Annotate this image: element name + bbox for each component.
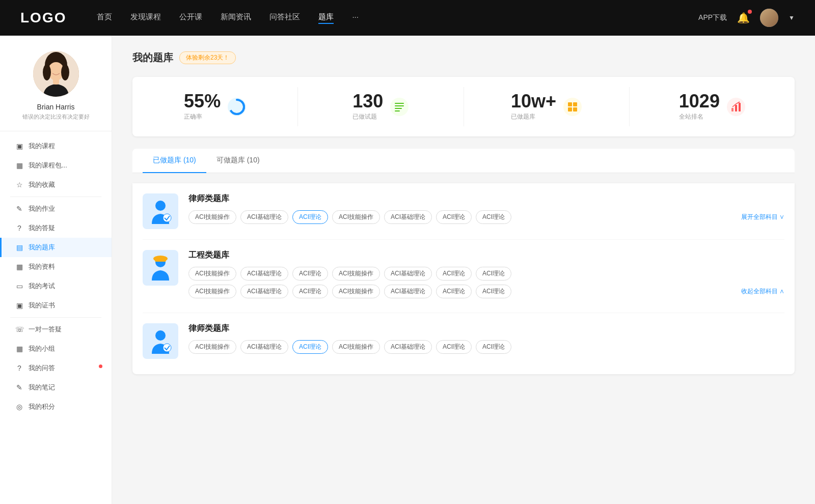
questions-icon: ? (15, 364, 23, 372)
svg-point-20 (155, 201, 166, 211)
tab-done[interactable]: 已做题库 (10) (143, 149, 206, 173)
avatar[interactable] (760, 9, 778, 27)
tag-1-1[interactable]: ACI基础理论 (240, 267, 288, 281)
tag-0-0[interactable]: ACI技能操作 (188, 210, 236, 224)
nav-discover[interactable]: 发现课程 (130, 12, 161, 24)
svg-rect-17 (731, 108, 734, 111)
sidebar-item-points[interactable]: ◎ 我的积分 (0, 397, 112, 416)
sidebar-item-certificate[interactable]: ▣ 我的证书 (0, 296, 112, 315)
nav-question-bank[interactable]: 题库 (318, 12, 334, 24)
tab-available[interactable]: 可做题库 (10) (206, 149, 270, 173)
tag-2-1[interactable]: ACI基础理论 (240, 340, 288, 354)
avatar-chevron[interactable]: ▼ (789, 14, 795, 21)
svg-rect-15 (568, 107, 572, 111)
tag-1-2[interactable]: ACI理论 (292, 267, 328, 281)
bank-tags-engineering-row1: ACI技能操作 ACI基础理论 ACI理论 ACI技能操作 ACI基础理论 AC… (188, 267, 784, 281)
stat-questions-text: 130 已做试题 (352, 92, 383, 121)
sidebar-item-tutoring[interactable]: ☏ 一对一答疑 (0, 320, 112, 339)
navbar: LOGO 首页 发现课程 公开课 新闻资讯 问答社区 题库 ··· APP下载 … (0, 0, 815, 36)
bank-name-engineering: 工程类题库 (188, 250, 784, 261)
sidebar-item-notes[interactable]: ✎ 我的笔记 (0, 378, 112, 397)
tag-2-5[interactable]: ACI理论 (436, 340, 472, 354)
notification-bell[interactable]: 🔔 (737, 12, 750, 24)
tag-0-3[interactable]: ACI技能操作 (332, 210, 380, 224)
sidebar-item-course[interactable]: ▣ 我的课程 (0, 136, 112, 156)
sidebar-item-course-package[interactable]: ▦ 我的课程包... (0, 156, 112, 175)
tag-2-0[interactable]: ACI技能操作 (188, 340, 236, 354)
bank-tags-engineering-row2: ACI技能操作 ACI基础理论 ACI理论 ACI技能操作 ACI基础理论 AC… (188, 285, 784, 298)
sidebar: Brian Harris 错误的决定比没有决定要好 ▣ 我的课程 ▦ 我的课程包… (0, 36, 112, 504)
tag-1-7[interactable]: ACI技能操作 (188, 285, 236, 298)
nav-news[interactable]: 新闻资讯 (221, 12, 251, 24)
svg-rect-11 (395, 108, 402, 109)
sidebar-item-materials[interactable]: ▦ 我的资料 (0, 257, 112, 276)
tag-1-5[interactable]: ACI理论 (436, 267, 472, 281)
tutoring-icon: ☏ (15, 325, 23, 333)
sidebar-item-favorites[interactable]: ☆ 我的收藏 (0, 175, 112, 194)
tag-2-4[interactable]: ACI基础理论 (384, 340, 432, 354)
sidebar-item-questions[interactable]: ? 我的问答 (0, 358, 112, 378)
stat-accuracy: 55% 正确率 (132, 87, 298, 126)
profile-name: Brian Harris (37, 103, 75, 111)
tag-1-3[interactable]: ACI技能操作 (332, 267, 380, 281)
bank-info-lawyer: 律师类题库 ACI技能操作 ACI基础理论 ACI理论 ACI技能操作 ACI基… (188, 193, 784, 228)
tag-1-8[interactable]: ACI基础理论 (240, 285, 288, 298)
tag-1-12[interactable]: ACI理论 (436, 285, 472, 298)
tag-2-6[interactable]: ACI理论 (476, 340, 511, 354)
bank-icon-wrap-engineering (143, 250, 178, 286)
bank-info-engineering: 工程类题库 ACI技能操作 ACI基础理论 ACI理论 ACI技能操作 ACI基… (188, 250, 784, 302)
questions-badge (99, 365, 102, 368)
certificate-icon: ▣ (15, 301, 23, 310)
bank-item-lawyer: 律师类题库 ACI技能操作 ACI基础理论 ACI理论 ACI技能操作 ACI基… (143, 183, 784, 240)
sidebar-item-exam[interactable]: ▭ 我的考试 (0, 276, 112, 296)
tag-0-4[interactable]: ACI基础理论 (384, 210, 432, 224)
bank-expand-0[interactable]: 展开全部科目 ∨ (736, 213, 784, 221)
tag-1-4[interactable]: ACI基础理论 (384, 267, 432, 281)
stat-questions-value: 130 (352, 92, 383, 110)
rank-icon-stat (727, 98, 745, 116)
bank-icon-wrap-lawyer (143, 193, 178, 229)
tag-2-2[interactable]: ACI理论 (292, 340, 328, 354)
page-header: 我的题库 体验剩余23天！ (132, 51, 795, 65)
stat-banks-text: 10w+ 已做题库 (511, 92, 556, 121)
bank-icon-wrap-lawyer2 (143, 323, 178, 359)
materials-icon: ▦ (15, 263, 23, 271)
bank-icon: ▤ (15, 243, 23, 251)
bank-item-lawyer2: 律师类题库 ACI技能操作 ACI基础理论 ACI理论 ACI技能操作 ACI基… (143, 313, 784, 374)
nav-more[interactable]: ··· (352, 12, 359, 24)
sidebar-item-question-bank[interactable]: ▤ 我的题库 (0, 238, 112, 257)
list-icon (393, 101, 405, 113)
notes-icon: ✎ (15, 383, 23, 391)
layout: Brian Harris 错误的决定比没有决定要好 ▣ 我的课程 ▦ 我的课程包… (0, 36, 815, 504)
bank-expand-1[interactable]: 收起全部科目 ∧ (736, 287, 784, 296)
sidebar-divider-2 (10, 317, 101, 318)
tag-1-9[interactable]: ACI理论 (292, 285, 328, 298)
tag-1-11[interactable]: ACI基础理论 (384, 285, 432, 298)
nav-home[interactable]: 首页 (97, 12, 112, 24)
accuracy-icon (228, 98, 246, 116)
avatar-image (760, 9, 778, 27)
sidebar-item-qa[interactable]: ? 我的答疑 (0, 218, 112, 238)
tag-1-10[interactable]: ACI技能操作 (332, 285, 380, 298)
lawyer-icon (148, 199, 173, 224)
app-download-button[interactable]: APP下载 (698, 13, 727, 22)
svg-rect-14 (573, 102, 577, 106)
stat-accuracy-label: 正确率 (184, 113, 221, 121)
tag-2-3[interactable]: ACI技能操作 (332, 340, 380, 354)
tag-1-13[interactable]: ACI理论 (476, 285, 511, 298)
sidebar-item-group[interactable]: ▦ 我的小组 (0, 339, 112, 358)
tag-0-5[interactable]: ACI理论 (436, 210, 472, 224)
nav-open-course[interactable]: 公开课 (179, 12, 202, 24)
course-icon: ▣ (15, 142, 23, 150)
profile-motto: 错误的决定比没有决定要好 (22, 113, 90, 121)
tag-0-1[interactable]: ACI基础理论 (240, 210, 288, 224)
tag-0-6[interactable]: ACI理论 (476, 210, 511, 224)
sidebar-profile: Brian Harris 错误的决定比没有决定要好 (0, 51, 112, 131)
course-package-icon: ▦ (15, 161, 23, 170)
tag-0-2[interactable]: ACI理论 (292, 210, 328, 224)
main-content: 我的题库 体验剩余23天！ 55% 正确率 (112, 36, 815, 504)
tag-1-6[interactable]: ACI理论 (476, 267, 511, 281)
nav-qa[interactable]: 问答社区 (269, 12, 300, 24)
sidebar-item-homework[interactable]: ✎ 我的作业 (0, 199, 112, 218)
tag-1-0[interactable]: ACI技能操作 (188, 267, 236, 281)
